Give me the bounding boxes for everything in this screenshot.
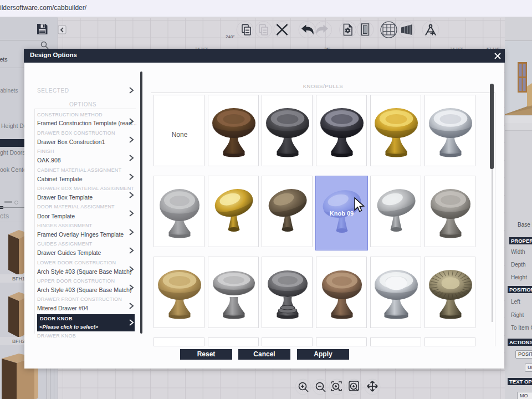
svg-text:240°: 240° [226, 34, 235, 39]
